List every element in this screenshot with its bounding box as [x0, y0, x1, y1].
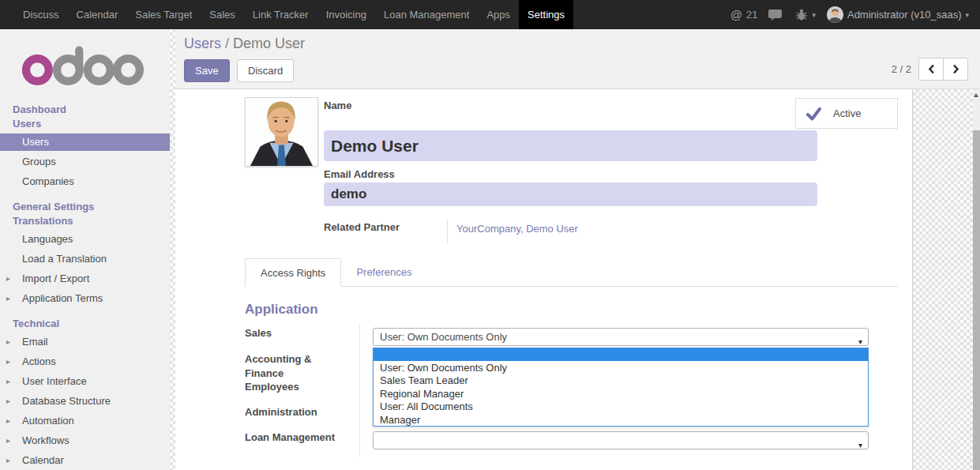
menu-calendar[interactable]: Calendar: [68, 0, 127, 29]
pager-next-button[interactable]: [943, 58, 968, 81]
group-separator-line: [359, 324, 360, 457]
sidebar-item-companies[interactable]: Companies: [0, 173, 170, 190]
administration-label: Administration: [245, 406, 317, 418]
checkmark-icon: [805, 107, 822, 121]
expand-caret-icon: ▸: [6, 373, 10, 390]
mention-count: 21: [746, 9, 757, 21]
dropdown-option-regional-manager[interactable]: Regional Manager: [374, 388, 868, 400]
debug-menu[interactable]: ▾: [795, 8, 816, 21]
employees-label: Employees: [245, 381, 299, 393]
sidebar-header-technical[interactable]: Technical: [0, 317, 170, 331]
breadcrumb-separator: /: [225, 36, 229, 51]
sidebar-item-actions[interactable]: ▸Actions: [0, 353, 170, 370]
sidebar-item-calendar[interactable]: ▸Calendar: [0, 452, 170, 469]
save-button[interactable]: Save: [184, 59, 230, 82]
sidebar-item-email[interactable]: ▸Email: [0, 333, 170, 351]
menu-discuss[interactable]: Discuss: [14, 0, 68, 29]
expand-caret-icon: ▸: [6, 353, 10, 370]
breadcrumb-users-link[interactable]: Users: [184, 36, 221, 51]
sidebar-item-workflows[interactable]: ▸Workflows: [0, 432, 170, 449]
transparent-region: [912, 89, 973, 470]
top-right-tools: @ 21 ▾: [730, 0, 980, 29]
notebook-tabs: Access Rights Preferences: [245, 258, 898, 287]
sidebar-content-divider: [170, 29, 175, 470]
dropdown-option-manager[interactable]: Manager: [374, 414, 868, 427]
expand-caret-icon: ▸: [6, 412, 10, 430]
sales-select-value: User: Own Documents Only: [380, 331, 507, 343]
scroll-up-arrow-icon[interactable]: [974, 93, 978, 97]
sidebar-item-users[interactable]: Users: [0, 133, 170, 151]
active-label: Active: [833, 107, 861, 119]
menu-settings[interactable]: Settings: [519, 0, 573, 29]
chevron-down-icon: ▾: [812, 11, 816, 19]
dropdown-option-user-own-documents-only[interactable]: User: Own Documents Only: [374, 362, 868, 374]
expand-caret-icon: ▸: [6, 452, 10, 469]
expand-caret-icon: ▸: [6, 333, 10, 351]
sidebar-item-automation[interactable]: ▸Automation: [0, 412, 170, 430]
sidebar-header-users[interactable]: Users: [0, 117, 170, 131]
select-caret-icon: ▾: [858, 437, 862, 453]
sidebar-item-groups[interactable]: Groups: [0, 153, 170, 171]
sidebar-header-translations[interactable]: Translations: [0, 214, 170, 228]
sales-label: Sales: [245, 327, 272, 339]
menu-loan-management[interactable]: Loan Management: [375, 0, 478, 29]
sidebar-item-load-a-translation[interactable]: Load a Translation: [0, 250, 170, 268]
dropdown-option-sales-team-leader[interactable]: Sales Team Leader: [374, 374, 868, 387]
scrollbar-thumb[interactable]: [973, 130, 980, 470]
avatar: [827, 6, 843, 23]
breadcrumb: Users / Demo User: [184, 36, 305, 52]
sidebar-item-import-export[interactable]: ▸Import / Export: [0, 270, 170, 288]
mentions-counter[interactable]: @ 21: [730, 8, 758, 21]
sidebar-item-database-structure[interactable]: ▸Database Structure: [0, 393, 170, 410]
related-partner-link[interactable]: YourCompany, Demo User: [456, 223, 578, 235]
sales-select[interactable]: User: Own Documents Only ▾: [373, 328, 869, 346]
related-partner-label: Related Partner: [324, 221, 400, 233]
control-panel: Users / Demo User Save Discard 2 / 2: [175, 29, 980, 89]
top-navbar: Discuss Calendar Sales Target Sales Link…: [0, 0, 980, 29]
user-photo[interactable]: [245, 97, 318, 167]
sidebar-item-application-terms[interactable]: ▸Application Terms: [0, 290, 170, 307]
vertical-scrollbar[interactable]: [973, 89, 980, 470]
sidebar-header-general-settings[interactable]: General Settings: [0, 200, 170, 214]
top-menu: Discuss Calendar Sales Target Sales Link…: [0, 0, 573, 29]
active-checkbox[interactable]: Active: [795, 98, 898, 129]
dropdown-option-blank[interactable]: [374, 348, 868, 361]
tab-preferences[interactable]: Preferences: [341, 258, 426, 286]
menu-sales-target[interactable]: Sales Target: [126, 0, 201, 29]
menu-invoicing[interactable]: Invoicing: [317, 0, 375, 29]
menu-apps[interactable]: Apps: [478, 0, 519, 29]
loan-management-label: Loan Management: [245, 431, 335, 443]
pager-count: 2 / 2: [892, 63, 911, 75]
accounting-finance-label: Accounting & Finance: [245, 352, 340, 381]
email-input[interactable]: [324, 182, 817, 206]
menu-link-tracker[interactable]: Link Tracker: [244, 0, 317, 29]
name-input[interactable]: [324, 130, 817, 161]
dropdown-option-user-all-documents[interactable]: User: All Documents: [374, 400, 868, 413]
expand-caret-icon: ▸: [6, 290, 10, 307]
name-label: Name: [324, 100, 351, 111]
sidebar-menu: Dashboard Users Users Groups Companies G…: [0, 103, 170, 469]
breadcrumb-current: Demo User: [233, 36, 305, 51]
odoo-app: Discuss Calendar Sales Target Sales Link…: [0, 0, 980, 470]
tab-access-rights[interactable]: Access Rights: [245, 258, 341, 287]
pager-previous-button[interactable]: [918, 58, 944, 81]
odoo-logo: [0, 29, 170, 100]
menu-sales[interactable]: Sales: [201, 0, 244, 29]
sidebar-header-dashboard[interactable]: Dashboard: [0, 103, 170, 117]
sales-select-dropdown: User: Own Documents Only Sales Team Lead…: [373, 348, 869, 427]
sidebar-item-languages[interactable]: Languages: [0, 231, 170, 248]
app-sidebar: Dashboard Users Users Groups Companies G…: [0, 29, 170, 470]
sidebar-item-user-interface[interactable]: ▸User Interface: [0, 373, 170, 390]
email-label: Email Address: [324, 168, 395, 180]
user-name: Administrator (v10_saas): [847, 9, 962, 21]
user-menu[interactable]: Administrator (v10_saas) ▾: [827, 6, 969, 23]
discard-button[interactable]: Discard: [237, 59, 294, 82]
messages-icon[interactable]: [768, 9, 784, 21]
expand-caret-icon: ▸: [6, 432, 10, 449]
record-pager: 2 / 2: [892, 58, 968, 81]
mention-icon: @: [730, 8, 742, 21]
application-section-title: Application: [245, 302, 318, 318]
loan-management-select[interactable]: ▾: [373, 431, 869, 449]
bug-icon: [795, 8, 808, 21]
expand-caret-icon: ▸: [6, 393, 10, 410]
